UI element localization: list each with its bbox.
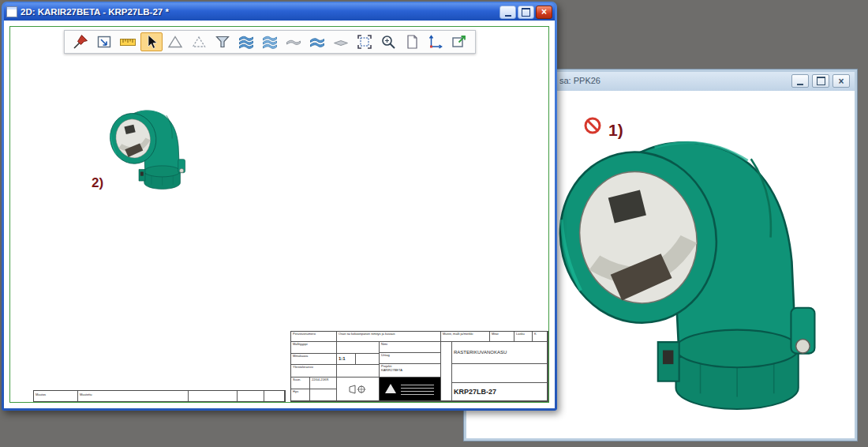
revision-cell: Muutettu <box>78 391 189 401</box>
3d-model-small <box>109 100 186 196</box>
maximize-icon <box>522 8 530 17</box>
maximize-button[interactable] <box>518 6 534 19</box>
titleblock-cell: Lasku <box>514 332 533 342</box>
model-window-title: sa: PPK26 <box>559 76 600 85</box>
titleblock-cell: Mallityyppi <box>291 342 337 354</box>
zoom-window-icon[interactable] <box>354 32 376 51</box>
axes-origin-icon[interactable] <box>425 32 447 51</box>
fit-view-icon[interactable] <box>93 32 115 51</box>
titleblock-cell <box>337 365 380 378</box>
titleblock-cell <box>310 389 337 401</box>
filter-funnel-icon[interactable] <box>211 32 234 51</box>
close-icon: × <box>838 77 844 86</box>
measure-ruler-icon[interactable] <box>117 32 139 51</box>
titleblock-cell <box>337 342 380 354</box>
maximize-icon <box>817 77 825 85</box>
projection-symbol-icon <box>337 378 380 401</box>
titleblock-cell: Suun. <box>291 378 310 389</box>
revision-cell <box>238 391 264 401</box>
drawing-window-title: 2D: KARIR27BETA - KRP27LB-27 * <box>21 7 496 17</box>
new-sheet-icon[interactable] <box>401 32 423 51</box>
close-button[interactable]: × <box>832 74 850 88</box>
titleblock-cell: Hyv. <box>291 389 310 401</box>
revision-cell <box>189 391 238 401</box>
titleblock-cell <box>441 342 452 401</box>
close-icon: × <box>541 7 547 17</box>
titleblock-cell: RASTERIKUVANOKASU <box>452 342 548 364</box>
app-icon <box>6 6 17 17</box>
minimize-icon <box>797 77 803 85</box>
titleblock-cell: K <box>533 332 548 342</box>
titleblock-cell: 22/04-21KR <box>310 378 337 389</box>
minimize-button[interactable] <box>791 74 809 88</box>
layers-stack-icon[interactable] <box>235 32 257 51</box>
pushpin-icon[interactable] <box>69 32 92 51</box>
layers-stack-light-icon[interactable] <box>259 32 281 51</box>
titleblock-cell <box>356 354 380 365</box>
layer-flat-gray-icon[interactable] <box>330 32 352 51</box>
minimize-icon <box>505 8 511 17</box>
titleblock-cell: Muste, malli ja/merkki <box>441 332 490 342</box>
annotation-2: 2) <box>92 175 103 191</box>
desktop: { "desktop": { "bg_color": "#6e6d6b" }, … <box>0 0 868 447</box>
zoom-in-icon[interactable] <box>377 32 399 51</box>
layer-single-gray-icon[interactable] <box>282 32 305 51</box>
titleblock-cell <box>452 364 548 383</box>
export-view-icon[interactable] <box>448 32 470 51</box>
triangle-surface-icon[interactable] <box>164 32 186 51</box>
toolbar <box>64 30 476 54</box>
maximize-button[interactable] <box>812 74 829 88</box>
model-window-controls: × <box>791 74 850 88</box>
revision-cell <box>264 391 285 401</box>
titleblock-cell: 1:1 <box>337 354 356 365</box>
drawing-canvas[interactable]: 2) PiirustusnumeroOsan tai kokoonpanon n… <box>4 21 555 408</box>
drawing-window-titlebar[interactable]: 2D: KARIR27BETA - KRP27LB-27 * × <box>4 3 555 21</box>
titleblock-cell: Piirustusnumero <box>291 332 337 342</box>
select-arrow-icon[interactable] <box>140 32 163 51</box>
minimize-button[interactable] <box>499 6 516 19</box>
titleblock-cell: Osan tai kokoonpanon nimitys ja kuvaus <box>337 332 441 342</box>
title-block: PiirustusnumeroOsan tai kokoonpanon nimi… <box>290 331 548 402</box>
layers-pair-icon[interactable] <box>306 32 328 51</box>
revision-cell: Muutos <box>34 391 78 401</box>
drawing-window[interactable]: 2D: KARIR27BETA - KRP27LB-27 * × 2) Piir… <box>2 2 557 411</box>
titleblock-cell: Yleistoleranssi <box>291 365 337 378</box>
titleblock-cell: Nimi <box>380 342 441 353</box>
revision-strip: MuutosMuutettu <box>33 390 286 402</box>
close-button[interactable]: × <box>536 6 552 19</box>
titleblock-cell: Urtiag <box>380 353 441 364</box>
drawing-window-controls: × <box>499 6 552 19</box>
titleblock-cell: Projekti KARIR27BETA <box>380 364 441 378</box>
titleblock-cell: Mittakaava <box>291 354 337 365</box>
triangle-hidden-icon[interactable] <box>188 32 210 51</box>
titleblock-logo <box>380 378 441 401</box>
titleblock-cell: KRP27LB-27 <box>452 383 548 401</box>
3d-model-large <box>555 105 820 432</box>
titleblock-cell: Mitat <box>490 332 514 342</box>
